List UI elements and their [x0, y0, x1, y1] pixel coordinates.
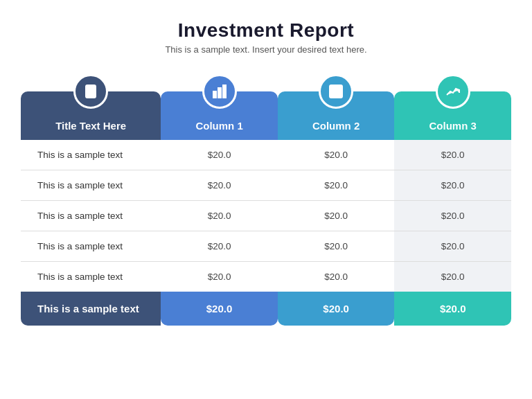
table-icon: [328, 83, 344, 100]
row-1-col3: $20.0: [394, 170, 511, 200]
col0-icon-bubble: [73, 74, 108, 109]
row-0-col3: $20.0: [394, 140, 511, 170]
table-row: This is a sample text $20.0 $20.0 $20.0: [21, 140, 511, 170]
row-2-col0: This is a sample text: [21, 201, 161, 231]
table-header: Title Text Here Column 1: [21, 74, 511, 140]
row-1-col2: $20.0: [278, 170, 395, 200]
graph-icon: [445, 83, 461, 100]
col2-icon-bubble: [319, 74, 353, 109]
row-2-col1: $20.0: [161, 201, 278, 231]
investment-table: Title Text Here Column 1: [21, 74, 511, 326]
table-row: This is a sample text $20.0 $20.0 $20.0: [21, 231, 511, 262]
row-3-col2: $20.0: [278, 231, 395, 261]
svg-rect-4: [213, 91, 216, 98]
row-4-col2: $20.0: [278, 262, 395, 292]
header-cell-2: Column 2: [278, 74, 395, 140]
row-4-col1: $20.0: [161, 262, 278, 292]
col1-icon-bubble: [202, 74, 237, 109]
row-4-col0: This is a sample text: [21, 262, 161, 292]
footer-col1: $20.0: [161, 292, 278, 326]
row-1-col0: This is a sample text: [21, 170, 161, 200]
table-row: This is a sample text $20.0 $20.0 $20.0: [21, 201, 511, 231]
row-0-col0: This is a sample text: [21, 140, 161, 170]
row-2-col2: $20.0: [278, 201, 395, 231]
col3-icon-bubble: [436, 74, 470, 109]
table-row: This is a sample text $20.0 $20.0 $20.0: [21, 262, 511, 292]
header-cell-1: Column 1: [161, 74, 278, 140]
document-icon: [82, 83, 99, 100]
row-4-col3: $20.0: [394, 262, 511, 292]
row-0-col2: $20.0: [278, 140, 395, 170]
table-body: This is a sample text $20.0 $20.0 $20.0 …: [21, 140, 511, 292]
footer-col2: $20.0: [278, 292, 395, 326]
table-footer: This is a sample text $20.0 $20.0 $20.0: [21, 292, 511, 326]
footer-col0: This is a sample text: [21, 292, 161, 326]
row-3-col0: This is a sample text: [21, 231, 161, 261]
header-cell-0: Title Text Here: [21, 74, 161, 140]
svg-rect-7: [330, 85, 342, 98]
row-3-col1: $20.0: [161, 231, 278, 261]
page-subtitle: This is a sample text. Insert your desir…: [165, 44, 366, 55]
svg-rect-6: [223, 85, 226, 98]
row-1-col1: $20.0: [161, 170, 278, 200]
page-title: Investment Report: [178, 19, 354, 42]
table-row: This is a sample text $20.0 $20.0 $20.0: [21, 170, 511, 201]
row-0-col1: $20.0: [161, 140, 278, 170]
chart-icon: [211, 83, 228, 100]
footer-col3: $20.0: [394, 292, 511, 326]
row-2-col3: $20.0: [394, 201, 511, 231]
svg-rect-5: [218, 88, 221, 98]
row-3-col3: $20.0: [394, 231, 511, 261]
header-cell-3: Column 3: [394, 74, 511, 140]
